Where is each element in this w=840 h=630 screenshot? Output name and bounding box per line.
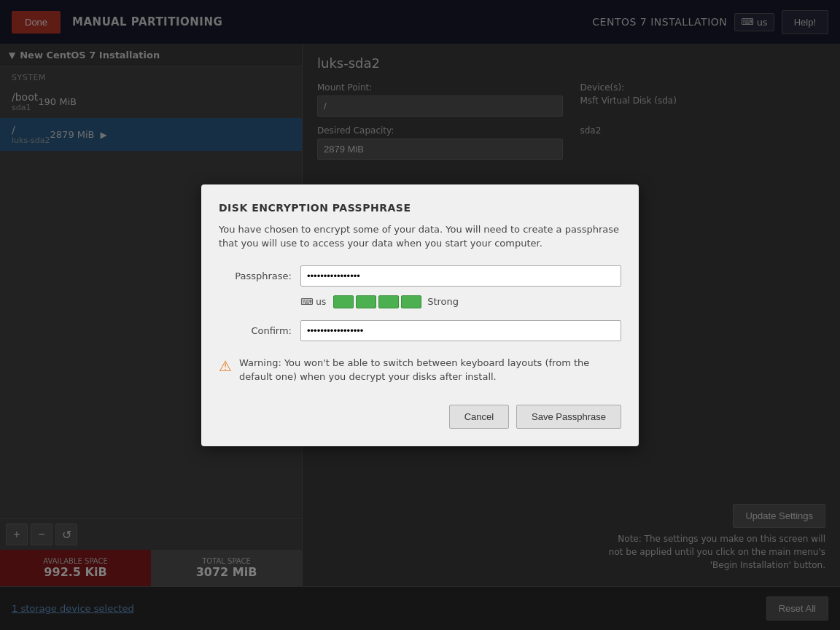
strength-label: Strong bbox=[427, 296, 459, 307]
strength-bar-2 bbox=[356, 295, 376, 308]
confirm-field: Confirm: bbox=[219, 320, 621, 341]
passphrase-field: Passphrase: bbox=[219, 265, 621, 287]
strength-bar-3 bbox=[378, 295, 399, 308]
keyboard-badge-lang: us bbox=[316, 297, 326, 307]
confirm-input[interactable] bbox=[300, 320, 621, 341]
warning-icon: ⚠ bbox=[219, 357, 232, 375]
strength-bar-1 bbox=[333, 295, 354, 308]
modal-buttons: Cancel Save Passphrase bbox=[219, 405, 621, 429]
passphrase-label: Passphrase: bbox=[219, 271, 292, 281]
warning-text: Warning: You won't be able to switch bet… bbox=[239, 356, 621, 384]
strength-bar-4 bbox=[401, 295, 421, 308]
save-passphrase-button[interactable]: Save Passphrase bbox=[516, 405, 621, 429]
modal-description: You have chosen to encrypt some of your … bbox=[219, 222, 621, 251]
strength-row: ⌨ us Strong bbox=[300, 295, 621, 308]
confirm-label: Confirm: bbox=[219, 325, 292, 336]
keyboard-badge-icon: ⌨ bbox=[300, 297, 313, 307]
disk-encryption-modal: DISK ENCRYPTION PASSPHRASE You have chos… bbox=[201, 184, 639, 446]
warning-row: ⚠ Warning: You won't be able to switch b… bbox=[219, 350, 621, 390]
modal-title: DISK ENCRYPTION PASSPHRASE bbox=[219, 202, 621, 214]
cancel-button[interactable]: Cancel bbox=[449, 405, 509, 429]
modal-overlay: DISK ENCRYPTION PASSPHRASE You have chos… bbox=[0, 0, 840, 630]
passphrase-input[interactable] bbox=[300, 265, 621, 287]
strength-bars bbox=[333, 295, 421, 308]
keyboard-badge[interactable]: ⌨ us bbox=[300, 297, 326, 307]
